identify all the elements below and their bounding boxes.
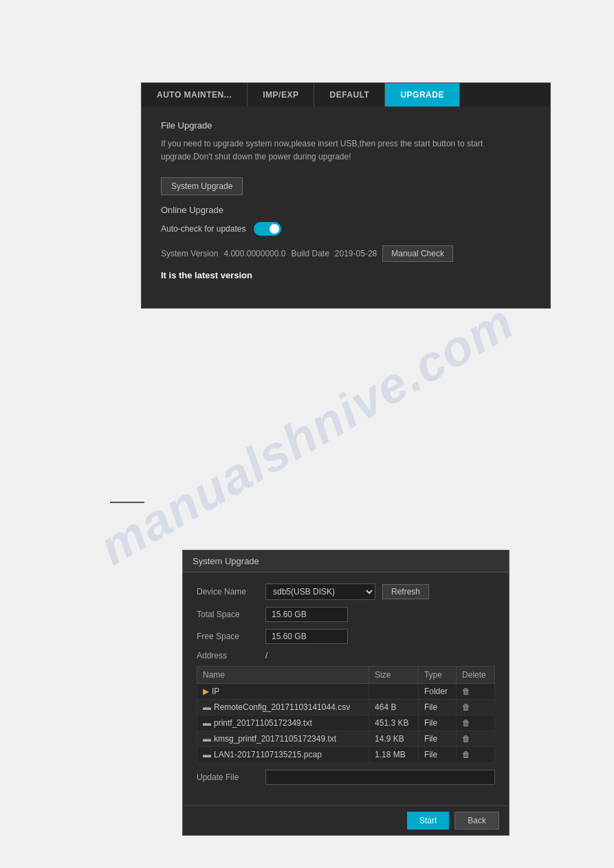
file-type-cell: Folder (418, 684, 456, 700)
tab-auto-mainten[interactable]: AUTO MAINTEN... (142, 83, 248, 107)
file-type-cell: File (418, 715, 456, 731)
folder-icon: ▶ (203, 687, 209, 696)
file-type-cell: File (418, 747, 456, 763)
table-row[interactable]: ▬RemoteConfig_20171103141044.csv464 BFil… (197, 700, 495, 715)
version-row: System Version 4.000.0000000.0 Build Dat… (161, 245, 531, 262)
manual-check-button[interactable]: Manual Check (382, 245, 453, 262)
file-type-cell: File (418, 700, 456, 715)
dialog-content: Device Name sdb5(USB DISK) Refresh Total… (183, 572, 509, 805)
table-row[interactable]: ▶IPFolder🗑 (197, 684, 495, 700)
device-name-row: Device Name sdb5(USB DISK) Refresh (197, 583, 495, 600)
tabs-bar: AUTO MAINTEN... IMP/EXP DEFAULT UPGRADE (142, 83, 550, 107)
file-upgrade-title: File Upgrade (161, 120, 531, 131)
start-button[interactable]: Start (407, 812, 449, 830)
col-size: Size (369, 667, 419, 684)
build-date-label: Build Date (291, 249, 329, 258)
update-file-row: Update File (197, 770, 495, 785)
file-icon: ▬ (203, 718, 211, 728)
file-icon: ▬ (203, 750, 211, 759)
file-delete-cell[interactable]: 🗑 (457, 731, 495, 747)
watermark-text: manualshnive.com (90, 293, 523, 575)
address-row: Address / (197, 651, 495, 660)
tab-imp-exp[interactable]: IMP/EXP (248, 83, 314, 107)
top-panel: AUTO MAINTEN... IMP/EXP DEFAULT UPGRADE … (141, 82, 551, 309)
file-size-cell: 1.18 MB (369, 747, 419, 763)
table-row[interactable]: ▬kmsg_printf_20171105172349.txt14.9 KBFi… (197, 731, 495, 747)
refresh-button[interactable]: Refresh (382, 584, 429, 599)
delete-icon[interactable]: 🗑 (462, 702, 470, 712)
auto-check-row: Auto-check for updates (161, 222, 531, 236)
file-name-cell: ▬kmsg_printf_20171105172349.txt (197, 731, 369, 747)
delete-icon[interactable]: 🗑 (462, 687, 470, 696)
device-name-label: Device Name (197, 587, 259, 597)
file-delete-cell[interactable]: 🗑 (457, 715, 495, 731)
update-file-label: Update File (197, 772, 259, 782)
tab-upgrade[interactable]: UPGRADE (385, 83, 460, 107)
file-name-cell: ▬RemoteConfig_20171103141044.csv (197, 700, 369, 715)
table-row[interactable]: ▬printf_20171105172349.txt451.3 KBFile🗑 (197, 715, 495, 731)
section-divider (110, 502, 144, 503)
dialog-title-bar: System Upgrade (183, 550, 509, 572)
total-space-row: Total Space 15.60 GB (197, 607, 495, 622)
file-size-cell (369, 684, 419, 700)
file-size-cell: 14.9 KB (369, 731, 419, 747)
free-space-value: 15.60 GB (265, 629, 348, 644)
dialog-buttons: Start Back (183, 805, 509, 835)
total-space-value: 15.60 GB (265, 607, 348, 622)
upgrade-description: If you need to upgrade system now,please… (161, 137, 531, 164)
file-delete-cell[interactable]: 🗑 (457, 747, 495, 763)
file-size-cell: 464 B (369, 700, 419, 715)
upgrade-panel-content: File Upgrade If you need to upgrade syst… (142, 107, 550, 308)
address-value: / (265, 651, 267, 660)
free-space-row: Free Space 15.60 GB (197, 629, 495, 644)
total-space-label: Total Space (197, 610, 259, 619)
version-value: 4.000.0000000.0 (223, 249, 285, 258)
delete-icon[interactable]: 🗑 (462, 718, 470, 728)
delete-icon[interactable]: 🗑 (462, 750, 470, 759)
file-table: Name Size Type Delete ▶IPFolder🗑▬RemoteC… (197, 666, 495, 763)
col-type: Type (418, 667, 456, 684)
back-button[interactable]: Back (454, 812, 499, 830)
file-name-cell: ▶IP (197, 684, 369, 700)
latest-version-text: It is the latest version (161, 270, 531, 280)
col-name: Name (197, 667, 369, 684)
file-name-cell: ▬LAN1-20171107135215.pcap (197, 747, 369, 763)
file-delete-cell[interactable]: 🗑 (457, 700, 495, 715)
table-header-row: Name Size Type Delete (197, 667, 495, 684)
file-type-cell: File (418, 731, 456, 747)
file-name-cell: ▬printf_20171105172349.txt (197, 715, 369, 731)
file-icon: ▬ (203, 702, 211, 712)
update-file-input[interactable] (265, 770, 495, 785)
system-upgrade-button[interactable]: System Upgrade (161, 177, 243, 195)
build-date-value: 2019-05-28 (335, 249, 377, 258)
col-delete: Delete (457, 667, 495, 684)
file-delete-cell[interactable]: 🗑 (457, 684, 495, 700)
table-row[interactable]: ▬LAN1-20171107135215.pcap1.18 MBFile🗑 (197, 747, 495, 763)
file-icon: ▬ (203, 734, 211, 744)
file-size-cell: 451.3 KB (369, 715, 419, 731)
online-upgrade-label: Online Upgrade (161, 205, 531, 215)
device-name-select[interactable]: sdb5(USB DISK) (265, 583, 375, 600)
free-space-label: Free Space (197, 632, 259, 641)
system-upgrade-dialog: System Upgrade Device Name sdb5(USB DISK… (182, 550, 509, 836)
version-label: System Version (161, 249, 218, 258)
tab-default[interactable]: DEFAULT (314, 83, 385, 107)
auto-check-label: Auto-check for updates (161, 224, 245, 234)
auto-check-toggle[interactable] (254, 222, 281, 236)
address-label: Address (197, 651, 259, 660)
delete-icon[interactable]: 🗑 (462, 734, 470, 744)
dialog-title: System Upgrade (193, 556, 259, 566)
